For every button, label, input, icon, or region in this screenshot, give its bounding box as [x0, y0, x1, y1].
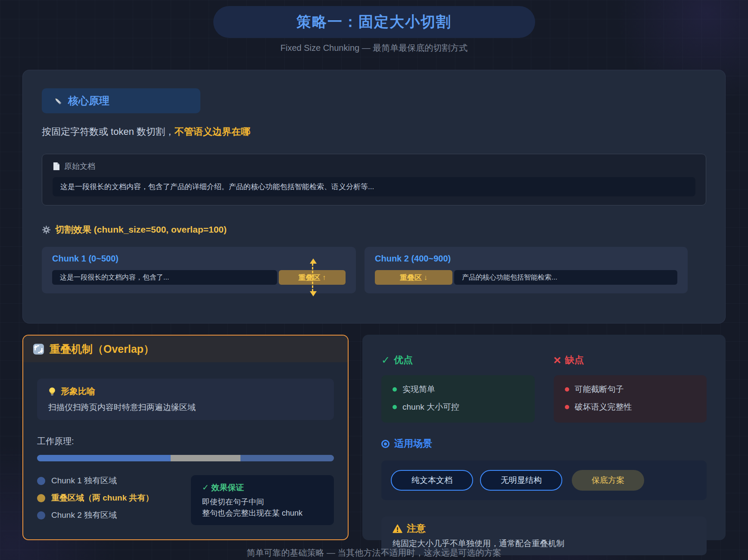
cons-item-label: 可能截断句子: [575, 384, 624, 395]
scenario-chips-panel: 纯文本文档 无明显结构 保底方案: [381, 460, 707, 500]
metaphor-box: 形象比喻 扫描仪扫跨页内容时特意扫两遍边缘区域: [37, 379, 334, 420]
chunk-1-overlap-chip: 重叠区 ↑: [279, 270, 346, 285]
chunk-2-body: 重叠区 ↓ 产品的核心功能包括智能检索...: [375, 270, 677, 285]
legend-and-guarantee-row: Chunk 1 独有区域 重叠区域（两 chunk 共有） Chunk 2 独有…: [37, 475, 334, 525]
source-document-label-row: 原始文档: [53, 161, 695, 171]
overlap-card-header: 重叠机制（Overlap）: [23, 336, 348, 362]
chip-no-obvious-structure[interactable]: 无明显结构: [480, 470, 562, 491]
check-icon: ✓: [202, 483, 209, 492]
chunk-2-overlap-label: 重叠区 ↓: [400, 273, 427, 283]
guarantee-line: 即使切在句子中间: [202, 497, 323, 507]
principle-badge: 核心原理: [42, 88, 200, 113]
cons-panel: 可能截断句子 破坏语义完整性: [554, 375, 707, 423]
chip-plain-text-doc[interactable]: 纯文本文档: [391, 470, 473, 491]
legend-item-overlap: 重叠区域（两 chunk 共有）: [37, 492, 154, 504]
guarantee-title-text: 效果保证: [211, 483, 244, 492]
bar-segment-chunk1: [37, 455, 171, 461]
chunking-effect-heading: 切割效果 (chunk_size=500, overlap=100): [42, 224, 706, 236]
evaluation-card: ✓优点 实现简单 chunk 大小可控 ×缺点 可能截断句子 破坏语义完整性 适…: [362, 335, 726, 540]
source-document-content: 这是一段很长的文档内容，包含了产品的详细介绍。产品的核心功能包括智能检索、语义分…: [53, 177, 695, 196]
scenario-title: 适用场景: [394, 437, 432, 450]
legend-item-chunk2: Chunk 2 独有区域: [37, 510, 154, 521]
check-icon: ✓: [381, 354, 390, 366]
page-subtitle: Fixed Size Chunking — 最简单最保底的切割方式: [0, 42, 748, 54]
target-icon: [381, 440, 390, 448]
document-icon: [53, 162, 60, 171]
note-title-row: 注意: [393, 522, 695, 535]
red-bullet-icon: [565, 387, 569, 392]
principle-badge-label: 核心原理: [68, 94, 109, 108]
refresh-icon: [33, 343, 44, 355]
cons-title: 缺点: [565, 354, 584, 367]
guarantee-title: ✓ 效果保证: [202, 482, 323, 493]
guarantee-box: ✓ 效果保证 即使切在句子中间 整句也会完整出现在某 chunk: [191, 475, 334, 525]
cons-item: 可能截断句子: [565, 384, 696, 395]
guarantee-line: 整句也会完整出现在某 chunk: [202, 508, 323, 518]
cons-item: 破坏语义完整性: [565, 401, 696, 413]
legend-label-chunk2: Chunk 2 独有区域: [51, 510, 117, 521]
chunk-2-card: Chunk 2 (400~900) 重叠区 ↓ 产品的核心功能包括智能检索...: [365, 247, 688, 293]
cons-title-row: ×缺点: [554, 354, 707, 367]
cons-column: ×缺点 可能截断句子 破坏语义完整性: [554, 354, 707, 423]
metaphor-text: 扫描仪扫跨页内容时特意扫两遍边缘区域: [48, 402, 323, 413]
scenario-chips: 纯文本文档 无明显结构 保底方案: [391, 470, 697, 491]
pros-title: 优点: [394, 354, 413, 367]
green-bullet-icon: [393, 405, 397, 409]
principle-card: 核心原理 按固定字符数或 token 数切割，不管语义边界在哪 原始文档 这是一…: [22, 70, 726, 324]
pros-column: ✓优点 实现简单 chunk 大小可控: [381, 354, 535, 423]
green-bullet-icon: [393, 387, 397, 392]
metaphor-title-row: 形象比喻: [48, 386, 323, 397]
pros-item: chunk 大小可控: [393, 401, 524, 413]
pros-item-label: 实现简单: [402, 384, 435, 395]
red-bullet-icon: [565, 405, 569, 409]
chunks-row: Chunk 1 (0~500) 这是一段很长的文档内容，包含了... 重叠区 ↑…: [42, 247, 706, 293]
overlap-progress-bar: [37, 455, 334, 461]
pencil-icon: [53, 96, 63, 106]
chunk-1-title: Chunk 1 (0~500): [52, 254, 346, 264]
overlap-mechanism-card: 重叠机制（Overlap） 形象比喻 扫描仪扫跨页内容时特意扫两遍边缘区域 工作…: [22, 335, 349, 540]
legend-label-chunk1: Chunk 1 独有区域: [51, 475, 117, 486]
bar-segment-overlap: [171, 455, 240, 461]
pros-panel: 实现简单 chunk 大小可控: [381, 375, 535, 423]
source-document-box: 原始文档 这是一段很长的文档内容，包含了产品的详细介绍。产品的核心功能包括智能检…: [42, 154, 706, 205]
legend-dot-overlap: [37, 494, 45, 502]
scenario-title-row: 适用场景: [381, 437, 707, 450]
chunk-1-body: 这是一段很长的文档内容，包含了... 重叠区 ↑: [52, 270, 346, 285]
chunk-1-content: 这是一段很长的文档内容，包含了...: [52, 270, 277, 285]
legend-label-overlap: 重叠区域（两 chunk 共有）: [51, 492, 154, 504]
chunk-2-title: Chunk 2 (400~900): [375, 254, 677, 264]
principle-description-text: 按固定字符数或 token 数切割，: [42, 126, 175, 137]
how-it-works-label: 工作原理:: [37, 436, 334, 447]
warning-icon: [393, 524, 402, 533]
legend-item-chunk1: Chunk 1 独有区域: [37, 475, 154, 486]
chip-fallback-plan[interactable]: 保底方案: [572, 470, 644, 491]
legend-dot-chunk1: [37, 477, 45, 485]
chunk-1-card: Chunk 1 (0~500) 这是一段很长的文档内容，包含了... 重叠区 ↑: [42, 247, 356, 293]
page-header: 策略一：固定大小切割 Fixed Size Chunking — 最简单最保底的…: [0, 0, 748, 54]
note-title: 注意: [407, 522, 426, 535]
bottom-row: 重叠机制（Overlap） 形象比喻 扫描仪扫跨页内容时特意扫两遍边缘区域 工作…: [22, 335, 726, 540]
pros-item: 实现简单: [393, 384, 524, 395]
bulb-icon: [48, 387, 56, 396]
pros-title-row: ✓优点: [381, 354, 535, 367]
principle-description: 按固定字符数或 token 数切割，不管语义边界在哪: [42, 125, 706, 138]
gear-icon: [42, 225, 51, 234]
overlap-card-title: 重叠机制（Overlap）: [50, 342, 154, 356]
pros-item-label: chunk 大小可控: [402, 401, 459, 413]
metaphor-title: 形象比喻: [61, 386, 95, 397]
page-title: 策略一：固定大小切割: [213, 6, 535, 38]
chunk-2-content: 产品的核心功能包括智能检索...: [454, 270, 677, 285]
principle-description-highlight: 不管语义边界在哪: [175, 126, 250, 137]
bar-segment-chunk2: [240, 455, 334, 461]
chunking-effect-label: 切割效果 (chunk_size=500, overlap=100): [55, 224, 227, 236]
overlap-card-body: 形象比喻 扫描仪扫跨页内容时特意扫两遍边缘区域 工作原理: Chunk 1 独有…: [23, 362, 348, 525]
cons-item-label: 破坏语义完整性: [575, 401, 632, 413]
cross-icon: ×: [554, 355, 561, 365]
overlap-dashed-arrow: [312, 263, 313, 292]
pros-cons-section: ✓优点 实现简单 chunk 大小可控 ×缺点 可能截断句子 破坏语义完整性: [381, 354, 707, 423]
chunk-2-overlap-chip: 重叠区 ↓: [375, 270, 452, 285]
bar-legend: Chunk 1 独有区域 重叠区域（两 chunk 共有） Chunk 2 独有…: [37, 475, 154, 525]
source-document-label: 原始文档: [64, 161, 95, 171]
legend-dot-chunk2: [37, 511, 45, 520]
